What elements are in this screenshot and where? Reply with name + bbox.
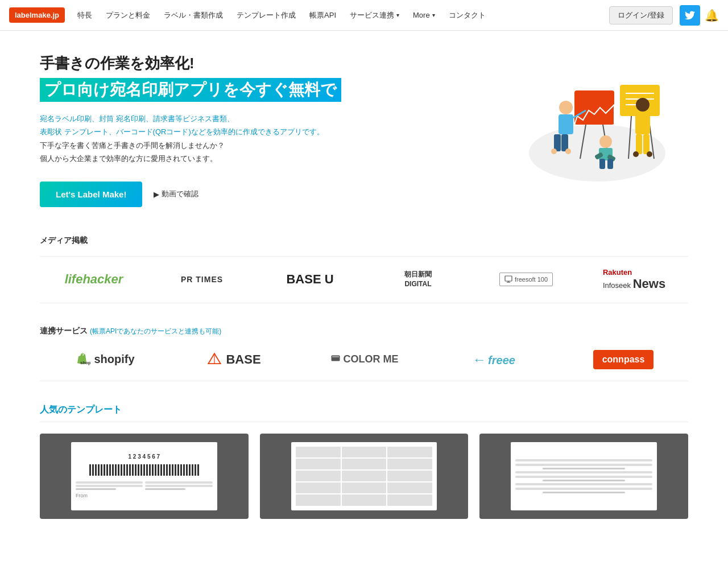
nav-more[interactable]: More ▾	[407, 0, 441, 31]
hero-description: 宛名ラベル印刷、封筒 宛名印刷、請求書等ビジネス書類、 表彫状 テンプレート、バ…	[40, 112, 495, 166]
base-icon	[208, 353, 221, 366]
logo-baseu: BASE U	[256, 272, 364, 287]
media-title: メディア掲載	[40, 236, 688, 246]
nav-api[interactable]: 帳票API	[304, 0, 342, 31]
partner-base: BASE	[169, 352, 299, 367]
partners-title: 連携サービス (帳票APIであなたのサービスと連携も可能)	[40, 326, 688, 336]
video-link[interactable]: ▶ 動画で確認	[154, 189, 198, 199]
monitor-icon	[504, 275, 512, 283]
logo-lifehacker: lifehacker	[40, 272, 148, 287]
nav-label-create[interactable]: ラベル・書類作成	[158, 0, 229, 31]
svg-rect-20	[636, 134, 642, 154]
cta-button[interactable]: Let's Label Make!	[40, 182, 142, 207]
colorme-icon	[330, 354, 341, 365]
template-preview-2	[291, 442, 437, 510]
nav-contact[interactable]: コンタクト	[443, 0, 491, 31]
notification-bell-icon[interactable]: 🔔	[705, 9, 719, 22]
logo-asahi: 朝日新聞DIGITAL	[364, 270, 472, 289]
logo-freesoft: freesoft 100	[472, 273, 580, 286]
chevron-down-icon: ▾	[432, 12, 435, 18]
logo-prtimes: PR TIMES	[148, 275, 256, 284]
nav-template-create[interactable]: テンプレート作成	[231, 0, 301, 31]
svg-point-17	[636, 98, 650, 112]
shopify-icon: shopify	[75, 352, 90, 368]
svg-rect-21	[643, 134, 650, 154]
template-preview-1: 1 2 3 4 5 6 7 From	[71, 442, 217, 510]
partner-connpass: connpass	[559, 350, 688, 369]
logo-rakuten: RakutenInfoseek News	[580, 268, 688, 291]
template-preview-3	[511, 442, 657, 510]
partner-shopify: shopify shopify	[40, 352, 169, 368]
chevron-down-icon: ▾	[396, 12, 399, 18]
svg-point-16	[565, 149, 571, 154]
template-card-2[interactable]	[260, 434, 469, 519]
illustration-svg	[506, 73, 677, 187]
svg-point-15	[551, 149, 557, 154]
hero-title-highlight: プロ向け宛名印刷アプリを今すぐ無料で	[40, 78, 341, 102]
svg-rect-28	[599, 159, 605, 169]
svg-rect-1	[574, 90, 614, 125]
templates-section: 人気のテンプレート 1 2 3 4 5 6 7	[0, 393, 728, 530]
media-section: メディア掲載 lifehacker PR TIMES BASE U 朝日新聞DI…	[0, 224, 728, 315]
hero-illustration	[495, 73, 688, 187]
partner-colorme: COLOR ME	[299, 353, 429, 365]
partners-section: 連携サービス (帳票APIであなたのサービスと連携も可能) shopify sh…	[0, 315, 728, 393]
templates-grid: 1 2 3 4 5 6 7 From	[40, 434, 688, 519]
nav-pricing[interactable]: プランと料金	[100, 0, 156, 31]
svg-point-23	[647, 151, 652, 157]
template-card-1[interactable]: 1 2 3 4 5 6 7 From	[40, 434, 249, 519]
hero-section: 手書きの作業を効率化! プロ向け宛名印刷アプリを今すぐ無料で 宛名ラベル印刷、封…	[0, 31, 728, 224]
svg-point-22	[633, 151, 639, 157]
svg-rect-36	[331, 355, 340, 361]
svg-rect-30	[505, 276, 512, 281]
svg-rect-11	[559, 114, 573, 134]
nav-service-connect[interactable]: サービス連携 ▾	[344, 0, 405, 31]
svg-point-10	[559, 101, 573, 114]
svg-rect-29	[607, 159, 613, 169]
template-card-3[interactable]	[479, 434, 688, 519]
barcode-graphic	[89, 464, 199, 476]
templates-title[interactable]: 人気のテンプレート	[40, 404, 688, 422]
twitter-icon	[685, 10, 695, 20]
logo[interactable]: labelmake.jp	[9, 7, 65, 23]
svg-rect-18	[635, 112, 650, 134]
hero-content: 手書きの作業を効率化! プロ向け宛名印刷アプリを今すぐ無料で 宛名ラベル印刷、封…	[40, 53, 495, 207]
navbar: labelmake.jp 特長 プランと料金 ラベル・書類作成 テンプレート作成…	[0, 0, 728, 31]
svg-text:shopify: shopify	[81, 360, 91, 365]
twitter-button[interactable]	[680, 5, 700, 26]
hero-title-main: 手書きの作業を効率化!	[40, 53, 495, 73]
media-logos: lifehacker PR TIMES BASE U 朝日新聞DIGITAL f…	[40, 256, 688, 303]
nav-features[interactable]: 特長	[72, 0, 98, 31]
svg-point-24	[599, 135, 612, 148]
login-button[interactable]: ログイン/登録	[609, 6, 673, 24]
play-icon: ▶	[154, 190, 159, 199]
partner-logos: shopify shopify BASE COLOR ME	[40, 339, 688, 381]
hero-buttons: Let's Label Make! ▶ 動画で確認	[40, 182, 495, 207]
partner-freee: ←freee	[429, 352, 559, 368]
